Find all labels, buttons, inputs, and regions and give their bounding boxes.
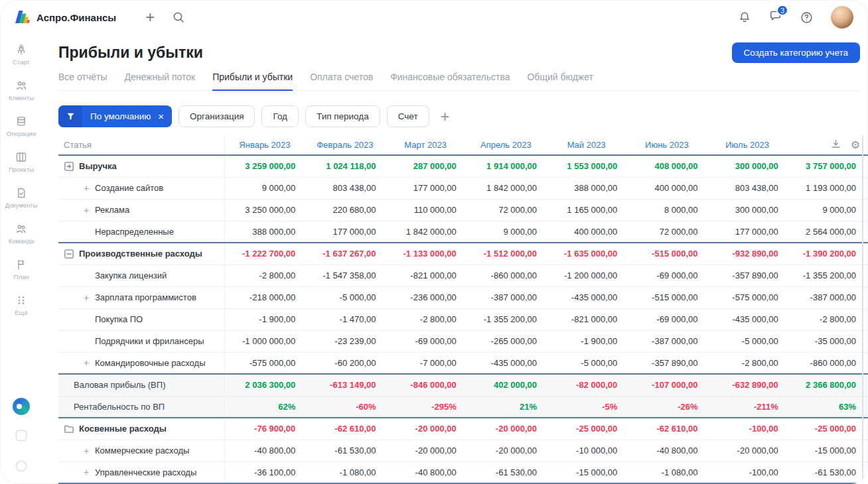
cell-value: 220 680,00 xyxy=(305,199,385,221)
chat-icon[interactable]: 3 xyxy=(768,9,782,25)
app-logo[interactable] xyxy=(13,9,31,26)
table-row[interactable]: Рентабельность по ВП62%-60%-295%21%-5%-2… xyxy=(58,396,868,418)
cell-value: -15 000,00 xyxy=(788,440,868,461)
cell-value: -1 080,00 xyxy=(626,461,707,483)
table-row[interactable]: +Реклама3 250 000,00220 680,00110 000,00… xyxy=(58,199,868,221)
integration-icon[interactable] xyxy=(14,428,29,446)
tab-все-отчёты[interactable]: Все отчёты xyxy=(58,72,107,90)
cell-value: -435 000,00 xyxy=(466,352,546,374)
cell-value: -20 000,00 xyxy=(707,440,788,461)
expand-plus-icon[interactable]: + xyxy=(84,205,89,215)
active-filter-pill[interactable]: По умолчанию × xyxy=(58,105,172,127)
cell-value: -5 000,00 xyxy=(707,330,788,352)
table-row[interactable]: Выручка3 259 000,001 024 118,00287 000,0… xyxy=(58,155,868,177)
cell-value: 2 366 800,00 xyxy=(788,374,868,396)
sidebar-item-projects[interactable]: Проекты xyxy=(0,151,42,173)
expense-icon[interactable] xyxy=(64,249,74,259)
scrollbar[interactable] xyxy=(862,135,863,483)
cell-value: -20 000,00 xyxy=(466,440,546,461)
table-row[interactable]: Покупка ПО-1 900,00-1 470,00-2 800,00-1 … xyxy=(58,308,868,330)
cell-value: -575 000,00 xyxy=(707,286,788,308)
tab-оплата-счетов[interactable]: Оплата счетов xyxy=(310,72,373,90)
cell-value: -821 000,00 xyxy=(386,265,466,286)
row-label-cell: Косвенные расходы xyxy=(58,418,224,440)
column-header-month: Июль 2023 xyxy=(707,135,788,155)
income-icon[interactable] xyxy=(64,161,74,172)
active-filter-label: По умолчанию xyxy=(82,111,157,121)
folder-icon[interactable] xyxy=(64,424,74,434)
table-row[interactable]: Закупка лицензий-2 800,00-1 547 358,00-8… xyxy=(58,265,868,286)
filter-chip[interactable]: Тип периода xyxy=(305,105,380,127)
tab-прибыли-и-убытки[interactable]: Прибыли и убытки xyxy=(212,72,293,91)
search-icon[interactable] xyxy=(172,11,185,24)
table-row[interactable]: Валовая прибыль (ВП)2 036 300,00-613 149… xyxy=(58,374,868,396)
cell-value: 388 000,00 xyxy=(546,177,626,199)
create-category-button[interactable]: Создать категорию учета xyxy=(732,42,860,63)
cell-value: 1 842 000,00 xyxy=(466,177,546,199)
cell-value: -387 000,00 xyxy=(626,330,707,352)
tab-финансовые-обязательства[interactable]: Финансовые обязательства xyxy=(390,72,510,90)
add-filter-button[interactable]: + xyxy=(441,109,450,125)
row-label-cell: Подрядчики и фрилансеры xyxy=(58,330,224,352)
gear-icon[interactable]: ⚙ xyxy=(851,140,860,151)
expand-plus-icon[interactable]: + xyxy=(84,467,89,477)
expand-plus-icon[interactable]: + xyxy=(84,183,89,194)
user-avatar[interactable] xyxy=(831,6,853,29)
quick-add-button[interactable]: + xyxy=(145,9,155,25)
filter-chip[interactable]: Год xyxy=(261,105,299,127)
row-label: Покупка ПО xyxy=(64,314,224,324)
table-row[interactable]: Производственные расходы-1 222 700,00-1 … xyxy=(58,243,868,265)
row-label: Нераспределенные xyxy=(64,227,224,237)
sidebar-item-label: Проекты xyxy=(9,166,34,173)
sidebar-item-clients[interactable]: Клиенты xyxy=(0,80,42,101)
expand-plus-icon[interactable]: + xyxy=(84,357,89,368)
help-icon[interactable] xyxy=(800,11,814,25)
row-label: Косвенные расходы xyxy=(79,424,167,434)
expand-plus-icon[interactable]: + xyxy=(84,446,89,456)
tab-общий-бюджет[interactable]: Общий бюджет xyxy=(527,72,593,90)
cell-value: -387 000,00 xyxy=(466,286,546,308)
sidebar-item-documents[interactable]: Документы xyxy=(0,187,42,209)
cell-value: -1 900,00 xyxy=(546,330,626,352)
notification-badge: 3 xyxy=(776,5,788,16)
table-row[interactable]: +Коммерческие расходы-40 800,00-61 530,0… xyxy=(58,440,868,461)
app-window: Аспро.Финансы + 3 xyxy=(0,0,868,484)
table-row[interactable]: Подрядчики и фрилансеры-1 000 000,00-23 … xyxy=(58,330,868,352)
clear-filter-icon[interactable]: × xyxy=(157,111,172,121)
sidebar-item-operations[interactable]: Операции xyxy=(0,115,42,137)
expand-plus-icon[interactable]: + xyxy=(84,292,89,303)
cell-value: -40 800,00 xyxy=(224,440,305,461)
table-row[interactable]: +Создание сайтов9 000,00803 438,00177 00… xyxy=(58,177,868,199)
cell-value: -20 000,00 xyxy=(466,418,546,440)
sidebar-item-more[interactable]: Ещё xyxy=(0,294,42,316)
cell-value: -295% xyxy=(386,396,466,418)
bell-icon[interactable] xyxy=(738,11,751,24)
cell-value: 2 036 300,00 xyxy=(224,374,305,396)
row-label: Производственные расходы xyxy=(79,249,202,259)
cell-value: -1 080,00 xyxy=(305,461,385,483)
aspro-cloud-logo-icon[interactable] xyxy=(13,398,30,415)
row-label-cell: Нераспределенные xyxy=(58,221,224,243)
sidebar-item-start[interactable]: Старт xyxy=(0,44,42,66)
filter-chip[interactable]: Счет xyxy=(387,105,429,127)
row-label-cell: Валовая прибыль (ВП) xyxy=(58,374,224,396)
topbar: Аспро.Финансы + 3 xyxy=(0,0,868,34)
column-header-month: Апрель 2023 xyxy=(466,135,546,155)
table-row[interactable]: Нераспределенные388 000,00177 000,001 84… xyxy=(58,221,868,243)
cell-value: 1 842 000,00 xyxy=(386,221,466,243)
download-icon[interactable] xyxy=(830,139,841,152)
filter-chip[interactable]: Организация xyxy=(179,105,255,127)
tab-денежный-поток[interactable]: Денежный поток xyxy=(124,72,195,90)
sidebar-item-team[interactable]: Команда xyxy=(0,223,42,245)
table-row[interactable]: +Командировочные расходы-575 000,00-60 2… xyxy=(58,352,868,374)
sidebar-item-label: Документы xyxy=(5,202,38,209)
table-row[interactable]: +Зарплата программистов-218 000,00-5 000… xyxy=(58,286,868,308)
sidebar-item-plan[interactable]: План xyxy=(0,259,42,280)
start-icon xyxy=(15,44,27,56)
integration-icon[interactable] xyxy=(14,459,29,476)
cell-value: 63% xyxy=(788,396,868,418)
row-label-cell: Производственные расходы xyxy=(58,243,224,265)
table-row[interactable]: +Управленческие расходы-36 100,00-1 080,… xyxy=(58,461,868,483)
table-row[interactable]: Косвенные расходы-76 900,00-62 610,00-20… xyxy=(58,418,868,440)
sidebar-item-label: Клиенты xyxy=(9,94,34,101)
